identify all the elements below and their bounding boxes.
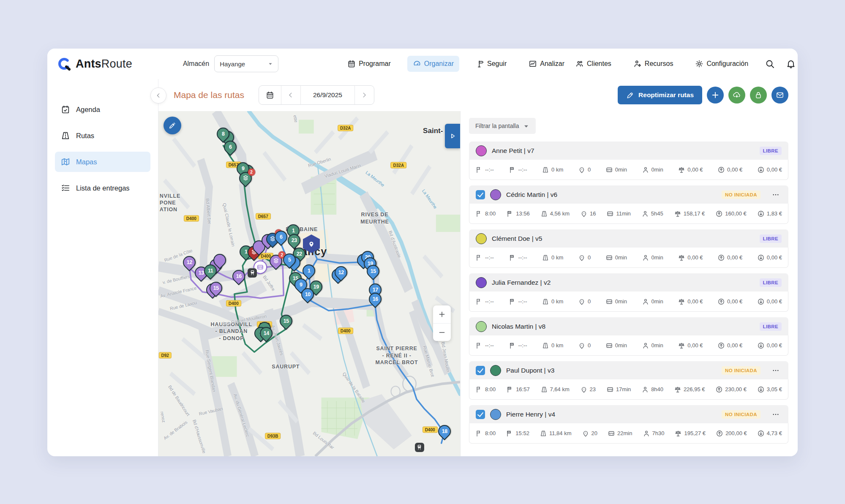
map-marker-stop[interactable]: 18 bbox=[438, 425, 451, 438]
lock-routes-button[interactable] bbox=[750, 87, 767, 104]
map-marker-stop[interactable]: 6 bbox=[275, 231, 287, 243]
map-pin-icon bbox=[61, 157, 70, 166]
map-marker-stop[interactable]: 23 bbox=[288, 234, 300, 247]
notifications-bell-icon[interactable] bbox=[786, 59, 796, 69]
nav-item-recursos[interactable]: Recursos bbox=[628, 56, 679, 72]
panel-collapse-button[interactable] bbox=[445, 124, 460, 148]
export-cloud-button[interactable] bbox=[728, 87, 745, 104]
pin-label: 14 bbox=[263, 330, 269, 336]
route-card-header[interactable]: Julia Fernandez | v2LIBRE bbox=[469, 273, 788, 292]
flag-finish-icon bbox=[509, 298, 516, 305]
route-checkbox[interactable] bbox=[476, 366, 485, 375]
flag-start-icon bbox=[475, 342, 483, 349]
driver-avatar bbox=[490, 189, 501, 200]
train-station-icon[interactable] bbox=[248, 268, 257, 278]
route-stat: 0min bbox=[642, 298, 663, 305]
map-marker-stop[interactable]: 12 bbox=[335, 266, 347, 279]
road-number-badge: D32A bbox=[338, 125, 354, 131]
map-marker-stop[interactable]: 14 bbox=[260, 327, 273, 340]
send-mail-button[interactable] bbox=[771, 87, 788, 104]
nav-item-label: Programar bbox=[359, 60, 391, 68]
road-number-badge: D32A bbox=[391, 162, 407, 169]
route-card-header[interactable]: Paul Dupont | v3NO INICIADA bbox=[469, 361, 788, 379]
route-checkbox[interactable] bbox=[476, 410, 485, 419]
route-menu-button[interactable] bbox=[770, 366, 782, 375]
pen-icon bbox=[168, 121, 177, 130]
person-icon bbox=[641, 210, 649, 218]
map-edit-button[interactable] bbox=[164, 117, 181, 134]
warehouse-select[interactable]: Hayange bbox=[214, 55, 278, 72]
sidebar-item-agenda[interactable]: Agenda bbox=[55, 99, 150, 120]
sidebar-item-mapas[interactable]: Mapas bbox=[55, 152, 150, 172]
nav-item-seguir[interactable]: Seguir bbox=[470, 56, 512, 72]
district-label: SAURUPT bbox=[272, 363, 300, 370]
map-marker-stop[interactable]: 10 bbox=[301, 288, 314, 301]
add-button[interactable] bbox=[707, 87, 724, 104]
driver-name: Cédric Martin | v6 bbox=[506, 191, 557, 199]
nav-item-organizar[interactable]: Organizar bbox=[407, 56, 459, 72]
pin-shape: 14 bbox=[257, 324, 275, 342]
previous-day-button[interactable] bbox=[281, 86, 300, 104]
train-station-icon[interactable] bbox=[415, 442, 424, 452]
map-marker-stop[interactable]: 15 bbox=[210, 282, 222, 294]
route-stat: 0,00 € bbox=[678, 298, 703, 305]
route-card-header[interactable]: Clément Doe | v5LIBRE bbox=[469, 229, 788, 248]
route-stat-value: 5h45 bbox=[651, 210, 663, 217]
checklist-icon bbox=[61, 183, 70, 193]
map-marker-stop[interactable]: 6 bbox=[224, 141, 237, 153]
zoom-in-button[interactable] bbox=[433, 305, 451, 323]
route-stat: 16 bbox=[580, 210, 596, 218]
next-day-button[interactable] bbox=[354, 86, 374, 104]
route-stat-value: --:-- bbox=[485, 342, 494, 349]
reoptimize-routes-button[interactable]: Reoptimizar rutas bbox=[618, 86, 702, 104]
route-menu-button[interactable] bbox=[770, 191, 782, 199]
nav-item-programar[interactable]: Programar bbox=[342, 56, 396, 72]
map-marker-stop[interactable]: 5 bbox=[283, 253, 296, 266]
route-card-header[interactable]: Nicolas Martin | v8LIBRE bbox=[469, 317, 788, 335]
map-marker-stop[interactable]: 15 bbox=[367, 265, 379, 278]
nav-item-clientes[interactable]: Clientes bbox=[570, 56, 617, 72]
map-marker-cluster[interactable]: 2 bbox=[270, 255, 282, 267]
zoom-out-button[interactable] bbox=[433, 323, 451, 341]
nav-item-configuración[interactable]: Configuración bbox=[690, 56, 754, 72]
map-marker-stop[interactable]: 15 bbox=[280, 315, 292, 327]
route-stat: 0,00 € bbox=[717, 166, 742, 174]
map-marker-depot[interactable] bbox=[303, 234, 320, 253]
map-marker-stop[interactable]: 1 bbox=[303, 264, 315, 277]
current-date[interactable]: 26/9/2025 bbox=[300, 86, 354, 104]
route-menu-button[interactable] bbox=[770, 410, 782, 419]
road-icon bbox=[542, 298, 549, 305]
route-stat: 0min bbox=[642, 254, 663, 262]
map-marker-stop[interactable]: 11 bbox=[204, 264, 217, 277]
nav-item-analizar[interactable]: Analizar bbox=[523, 56, 570, 72]
van-icon bbox=[608, 430, 615, 437]
route-card-header[interactable]: Pierre Henry | v4NO INICIADA bbox=[469, 405, 788, 423]
sidebar-item-lista-de-entregas[interactable]: Lista de entregas bbox=[55, 178, 150, 198]
route-card-header[interactable]: Cédric Martin | v6NO INICIADA bbox=[469, 185, 788, 204]
pin-label: 9 bbox=[242, 166, 244, 172]
route-stat: 0min bbox=[605, 342, 627, 349]
sidebar-item-rutas[interactable]: Rutas bbox=[55, 125, 150, 146]
map-marker-stop[interactable]: 8 bbox=[217, 128, 229, 140]
sidebar-item-label: Rutas bbox=[76, 132, 94, 140]
map-marker-stop[interactable]: 12 bbox=[183, 256, 196, 269]
routes-map[interactable]: NVILLE PONE ATIONRIVES DE MEURTHEÉ URBAI… bbox=[158, 111, 460, 456]
search-icon[interactable] bbox=[765, 59, 775, 69]
map-marker-stop[interactable]: 16 bbox=[369, 293, 382, 305]
driver-avatar bbox=[476, 321, 487, 332]
antsroute-logo: AntsRoute bbox=[57, 57, 132, 71]
filter-screen-dropdown[interactable]: Filtrar la pantalla bbox=[469, 118, 536, 134]
triangle-right-icon bbox=[448, 132, 457, 140]
nav-item-label: Seguir bbox=[487, 60, 507, 68]
collapse-sidebar-button[interactable] bbox=[150, 87, 166, 104]
route-stat-value: 0,00 € bbox=[727, 254, 742, 261]
route-stat-value: 4,73 € bbox=[767, 430, 782, 436]
route-stat-value: 8h40 bbox=[651, 386, 663, 392]
arrow-down-circle-icon bbox=[757, 166, 765, 174]
route-stat: 4,73 € bbox=[757, 430, 782, 437]
map-marker-stop[interactable]: 16 bbox=[232, 270, 245, 283]
route-card-header[interactable]: Anne Petit | v7LIBRE bbox=[469, 142, 788, 160]
calendar-button[interactable] bbox=[259, 86, 281, 104]
route-checkbox[interactable] bbox=[476, 190, 485, 199]
map-marker-cluster[interactable]: 2 bbox=[239, 172, 252, 185]
